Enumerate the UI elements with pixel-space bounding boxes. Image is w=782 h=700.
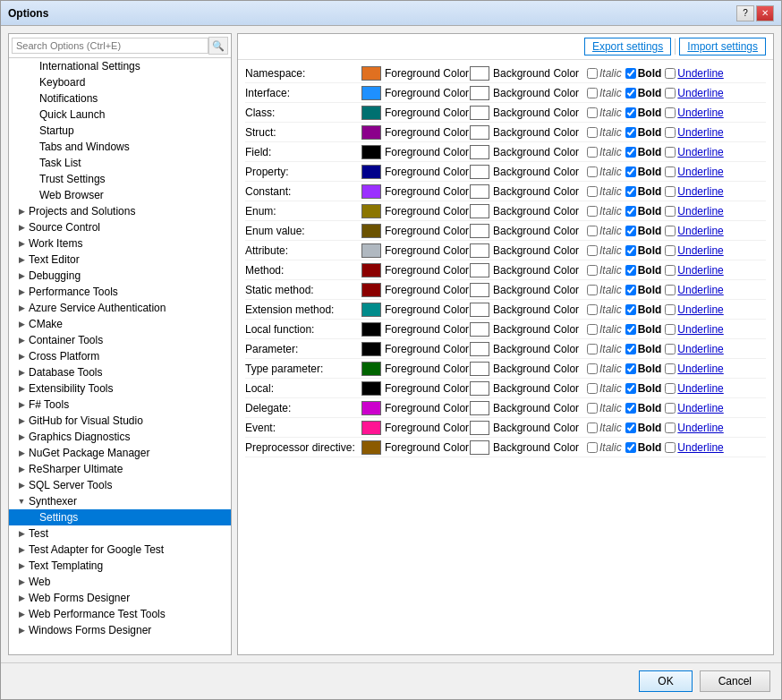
fg-color-swatch[interactable]	[361, 66, 381, 81]
italic-checkbox[interactable]	[587, 186, 598, 197]
tree-item-texteditor[interactable]: ▶Text Editor	[9, 252, 231, 268]
bg-color-swatch[interactable]	[470, 86, 489, 100]
search-input[interactable]	[12, 38, 208, 54]
italic-checkbox[interactable]	[587, 68, 598, 79]
bold-checkbox[interactable]	[625, 127, 636, 138]
bg-color-swatch[interactable]	[470, 165, 489, 179]
underline-checkbox[interactable]	[665, 68, 676, 79]
help-button[interactable]: ?	[736, 5, 754, 21]
underline-checkbox[interactable]	[665, 245, 676, 256]
italic-checkbox[interactable]	[587, 324, 598, 335]
fg-color-swatch[interactable]	[361, 362, 381, 376]
underline-checkbox[interactable]	[665, 285, 676, 295]
bold-checkbox[interactable]	[625, 304, 636, 315]
italic-checkbox[interactable]	[587, 265, 598, 276]
underline-checkbox[interactable]	[665, 265, 676, 276]
bg-color-swatch[interactable]	[470, 263, 489, 277]
tree-item-testadapter[interactable]: ▶Test Adapter for Google Test	[9, 542, 231, 558]
bg-color-swatch[interactable]	[470, 125, 489, 140]
tree-container[interactable]: International SettingsKeyboardNotificati…	[9, 58, 231, 654]
tree-item-tasklist[interactable]: Task List	[9, 155, 231, 171]
fg-color-swatch[interactable]	[361, 125, 381, 140]
underline-checkbox[interactable]	[665, 344, 676, 354]
underline-checkbox[interactable]	[665, 107, 676, 118]
fg-color-swatch[interactable]	[361, 342, 381, 356]
bold-checkbox[interactable]	[625, 383, 636, 394]
tree-item-extensibility[interactable]: ▶Extensibility Tools	[9, 380, 231, 397]
tree-item-sqlserver[interactable]: ▶SQL Server Tools	[9, 477, 231, 493]
search-button[interactable]: 🔍	[208, 37, 228, 55]
fg-color-swatch[interactable]	[361, 86, 381, 100]
underline-checkbox[interactable]	[665, 383, 676, 394]
tree-item-synthexer[interactable]: ▼Synthexer	[9, 493, 231, 509]
italic-checkbox[interactable]	[587, 423, 598, 433]
italic-checkbox[interactable]	[587, 245, 598, 256]
bold-checkbox[interactable]	[625, 285, 636, 295]
fg-color-swatch[interactable]	[361, 283, 381, 297]
tree-item-keyboard[interactable]: Keyboard	[9, 74, 231, 90]
tree-item-quicklaunch[interactable]: Quick Launch	[9, 107, 231, 123]
underline-checkbox[interactable]	[665, 88, 676, 98]
bg-color-swatch[interactable]	[470, 440, 489, 455]
fg-color-swatch[interactable]	[361, 184, 381, 199]
bg-color-swatch[interactable]	[470, 66, 489, 81]
tree-item-settings[interactable]: Settings	[9, 509, 231, 525]
tree-item-nuget[interactable]: ▶NuGet Package Manager	[9, 445, 231, 461]
fg-color-swatch[interactable]	[361, 145, 381, 159]
tree-item-cmake[interactable]: ▶CMake	[9, 316, 231, 332]
fg-color-swatch[interactable]	[361, 224, 381, 238]
italic-checkbox[interactable]	[587, 363, 598, 374]
tree-item-web[interactable]: ▶Web	[9, 574, 231, 590]
italic-checkbox[interactable]	[587, 344, 598, 354]
tree-item-texttemplating[interactable]: ▶Text Templating	[9, 558, 231, 574]
bold-checkbox[interactable]	[625, 186, 636, 197]
close-button[interactable]: ✕	[756, 5, 774, 21]
bold-checkbox[interactable]	[625, 147, 636, 158]
tree-item-perftools[interactable]: ▶Performance Tools	[9, 284, 231, 300]
tree-item-notifications[interactable]: Notifications	[9, 90, 231, 107]
underline-checkbox[interactable]	[665, 166, 676, 177]
bg-color-swatch[interactable]	[470, 342, 489, 356]
bg-color-swatch[interactable]	[470, 145, 489, 159]
import-settings-button[interactable]: Import settings	[679, 38, 766, 55]
tree-item-sourcecontrol[interactable]: ▶Source Control	[9, 219, 231, 235]
fg-color-swatch[interactable]	[361, 263, 381, 277]
tree-item-startup[interactable]: Startup	[9, 123, 231, 139]
bg-color-swatch[interactable]	[470, 184, 489, 199]
bold-checkbox[interactable]	[625, 403, 636, 414]
bold-checkbox[interactable]	[625, 206, 636, 217]
italic-checkbox[interactable]	[587, 304, 598, 315]
tree-item-projects[interactable]: ▶Projects and Solutions	[9, 203, 231, 219]
italic-checkbox[interactable]	[587, 88, 598, 98]
italic-checkbox[interactable]	[587, 226, 598, 236]
export-settings-button[interactable]: Export settings	[584, 38, 671, 55]
italic-checkbox[interactable]	[587, 206, 598, 217]
bg-color-swatch[interactable]	[470, 401, 489, 415]
fg-color-swatch[interactable]	[361, 381, 381, 396]
tree-item-webbrowser[interactable]: Web Browser	[9, 187, 231, 203]
bg-color-swatch[interactable]	[470, 362, 489, 376]
italic-checkbox[interactable]	[587, 403, 598, 414]
underline-checkbox[interactable]	[665, 403, 676, 414]
underline-checkbox[interactable]	[665, 186, 676, 197]
bold-checkbox[interactable]	[625, 423, 636, 433]
bold-checkbox[interactable]	[625, 245, 636, 256]
tree-item-trustsettings[interactable]: Trust Settings	[9, 171, 231, 187]
bold-checkbox[interactable]	[625, 344, 636, 354]
ok-button[interactable]: OK	[639, 670, 692, 692]
bold-checkbox[interactable]	[625, 442, 636, 453]
underline-checkbox[interactable]	[665, 206, 676, 217]
bold-checkbox[interactable]	[625, 68, 636, 79]
bg-color-swatch[interactable]	[470, 243, 489, 258]
italic-checkbox[interactable]	[587, 383, 598, 394]
underline-checkbox[interactable]	[665, 127, 676, 138]
bold-checkbox[interactable]	[625, 166, 636, 177]
tree-item-crossplatform[interactable]: ▶Cross Platform	[9, 348, 231, 364]
tree-item-webformsdesigner[interactable]: ▶Web Forms Designer	[9, 590, 231, 606]
underline-checkbox[interactable]	[665, 304, 676, 315]
tree-item-debugging[interactable]: ▶Debugging	[9, 268, 231, 284]
bg-color-swatch[interactable]	[470, 224, 489, 238]
bold-checkbox[interactable]	[625, 265, 636, 276]
bg-color-swatch[interactable]	[470, 204, 489, 218]
italic-checkbox[interactable]	[587, 442, 598, 453]
